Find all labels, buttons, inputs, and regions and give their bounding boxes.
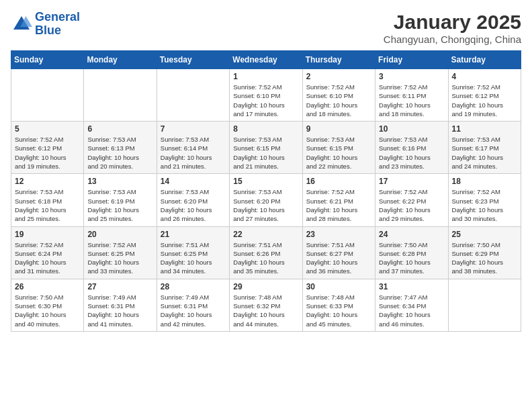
weekday-header-thursday: Thursday (302, 51, 375, 69)
day-info: Sunrise: 7:52 AM Sunset: 6:21 PM Dayligh… (306, 187, 371, 223)
day-number: 29 (233, 282, 298, 291)
day-number: 9 (306, 124, 371, 134)
day-cell: 6Sunrise: 7:53 AM Sunset: 6:13 PM Daylig… (84, 122, 157, 174)
day-info: Sunrise: 7:50 AM Sunset: 6:28 PM Dayligh… (379, 240, 444, 276)
week-row-2: 5Sunrise: 7:52 AM Sunset: 6:12 PM Daylig… (11, 122, 521, 174)
day-info: Sunrise: 7:51 AM Sunset: 6:25 PM Dayligh… (161, 240, 226, 276)
day-number: 13 (87, 177, 152, 186)
day-number: 17 (379, 177, 444, 186)
day-number: 6 (87, 124, 152, 134)
day-number: 5 (15, 124, 80, 134)
day-info: Sunrise: 7:51 AM Sunset: 6:26 PM Dayligh… (233, 240, 298, 276)
day-number: 10 (379, 124, 444, 134)
day-cell: 11Sunrise: 7:53 AM Sunset: 6:17 PM Dayli… (448, 122, 521, 174)
day-info: Sunrise: 7:52 AM Sunset: 6:23 PM Dayligh… (452, 187, 517, 223)
day-number: 24 (379, 230, 444, 239)
day-info: Sunrise: 7:51 AM Sunset: 6:27 PM Dayligh… (306, 240, 371, 276)
day-number: 30 (306, 282, 371, 291)
day-number: 18 (452, 177, 517, 186)
week-row-3: 12Sunrise: 7:53 AM Sunset: 6:18 PM Dayli… (11, 174, 521, 226)
day-number: 1 (233, 72, 298, 81)
logo-icon (11, 13, 32, 35)
weekday-header-sunday: Sunday (11, 51, 84, 69)
day-cell: 4Sunrise: 7:52 AM Sunset: 6:12 PM Daylig… (448, 69, 521, 122)
title-block: January 2025 Changyuan, Chongqing, China (384, 11, 521, 45)
day-info: Sunrise: 7:52 AM Sunset: 6:12 PM Dayligh… (452, 83, 517, 118)
day-cell (11, 69, 84, 122)
day-cell: 14Sunrise: 7:53 AM Sunset: 6:20 PM Dayli… (157, 174, 229, 226)
day-cell: 30Sunrise: 7:48 AM Sunset: 6:33 PM Dayli… (302, 279, 375, 331)
day-info: Sunrise: 7:50 AM Sunset: 6:29 PM Dayligh… (452, 240, 517, 276)
day-info: Sunrise: 7:53 AM Sunset: 6:13 PM Dayligh… (87, 135, 152, 171)
day-cell: 7Sunrise: 7:53 AM Sunset: 6:14 PM Daylig… (157, 122, 229, 174)
day-number: 4 (452, 72, 517, 81)
week-row-1: 1Sunrise: 7:52 AM Sunset: 6:10 PM Daylig… (11, 69, 521, 122)
calendar-table: SundayMondayTuesdayWednesdayThursdayFrid… (11, 50, 521, 332)
day-info: Sunrise: 7:52 AM Sunset: 6:25 PM Dayligh… (87, 240, 152, 276)
day-number: 23 (306, 230, 371, 239)
day-cell: 15Sunrise: 7:53 AM Sunset: 6:20 PM Dayli… (230, 174, 302, 226)
day-cell: 18Sunrise: 7:52 AM Sunset: 6:23 PM Dayli… (448, 174, 521, 226)
day-cell: 27Sunrise: 7:49 AM Sunset: 6:31 PM Dayli… (84, 279, 157, 331)
day-info: Sunrise: 7:53 AM Sunset: 6:20 PM Dayligh… (161, 187, 226, 223)
day-number: 25 (452, 230, 517, 239)
day-info: Sunrise: 7:53 AM Sunset: 6:14 PM Dayligh… (161, 135, 226, 171)
day-number: 16 (306, 177, 371, 186)
day-info: Sunrise: 7:48 AM Sunset: 6:32 PM Dayligh… (233, 293, 298, 328)
day-number: 3 (379, 72, 444, 81)
day-cell: 12Sunrise: 7:53 AM Sunset: 6:18 PM Dayli… (11, 174, 84, 226)
day-info: Sunrise: 7:53 AM Sunset: 6:19 PM Dayligh… (87, 187, 152, 223)
day-cell: 23Sunrise: 7:51 AM Sunset: 6:27 PM Dayli… (302, 226, 375, 279)
day-cell: 29Sunrise: 7:48 AM Sunset: 6:32 PM Dayli… (230, 279, 302, 331)
day-cell (157, 69, 229, 122)
day-number: 26 (15, 282, 80, 291)
day-info: Sunrise: 7:47 AM Sunset: 6:34 PM Dayligh… (379, 293, 444, 328)
day-cell: 24Sunrise: 7:50 AM Sunset: 6:28 PM Dayli… (375, 226, 448, 279)
month-year: January 2025 (384, 11, 521, 34)
day-info: Sunrise: 7:52 AM Sunset: 6:10 PM Dayligh… (233, 83, 298, 118)
logo: General Blue (11, 11, 80, 38)
weekday-header-monday: Monday (84, 51, 157, 69)
day-info: Sunrise: 7:49 AM Sunset: 6:31 PM Dayligh… (87, 293, 152, 328)
day-info: Sunrise: 7:52 AM Sunset: 6:22 PM Dayligh… (379, 187, 444, 223)
day-cell: 28Sunrise: 7:49 AM Sunset: 6:31 PM Dayli… (157, 279, 229, 331)
day-cell: 10Sunrise: 7:53 AM Sunset: 6:16 PM Dayli… (375, 122, 448, 174)
page-header: General Blue January 2025 Changyuan, Cho… (11, 11, 521, 45)
day-cell: 31Sunrise: 7:47 AM Sunset: 6:34 PM Dayli… (375, 279, 448, 331)
week-row-4: 19Sunrise: 7:52 AM Sunset: 6:24 PM Dayli… (11, 226, 521, 279)
weekday-header-saturday: Saturday (448, 51, 521, 69)
day-info: Sunrise: 7:52 AM Sunset: 6:11 PM Dayligh… (379, 83, 444, 118)
day-number: 8 (233, 124, 298, 134)
day-info: Sunrise: 7:52 AM Sunset: 6:12 PM Dayligh… (15, 135, 80, 171)
day-info: Sunrise: 7:49 AM Sunset: 6:31 PM Dayligh… (161, 293, 226, 328)
day-cell: 25Sunrise: 7:50 AM Sunset: 6:29 PM Dayli… (448, 226, 521, 279)
day-info: Sunrise: 7:53 AM Sunset: 6:20 PM Dayligh… (233, 187, 298, 223)
day-number: 11 (452, 124, 517, 134)
location: Changyuan, Chongqing, China (384, 34, 521, 45)
day-number: 28 (161, 282, 226, 291)
weekday-header-wednesday: Wednesday (230, 51, 302, 69)
day-info: Sunrise: 7:52 AM Sunset: 6:24 PM Dayligh… (15, 240, 80, 276)
day-cell: 21Sunrise: 7:51 AM Sunset: 6:25 PM Dayli… (157, 226, 229, 279)
day-info: Sunrise: 7:52 AM Sunset: 6:10 PM Dayligh… (306, 83, 371, 118)
day-number: 21 (161, 230, 226, 239)
day-info: Sunrise: 7:48 AM Sunset: 6:33 PM Dayligh… (306, 293, 371, 328)
day-cell: 20Sunrise: 7:52 AM Sunset: 6:25 PM Dayli… (84, 226, 157, 279)
day-cell: 19Sunrise: 7:52 AM Sunset: 6:24 PM Dayli… (11, 226, 84, 279)
day-number: 14 (161, 177, 226, 186)
logo-text: General Blue (35, 11, 80, 38)
day-number: 22 (233, 230, 298, 239)
day-info: Sunrise: 7:53 AM Sunset: 6:18 PM Dayligh… (15, 187, 80, 223)
day-number: 2 (306, 72, 371, 81)
day-info: Sunrise: 7:53 AM Sunset: 6:15 PM Dayligh… (233, 135, 298, 171)
day-number: 12 (15, 177, 80, 186)
day-info: Sunrise: 7:53 AM Sunset: 6:16 PM Dayligh… (379, 135, 444, 171)
weekday-header-row: SundayMondayTuesdayWednesdayThursdayFrid… (11, 51, 521, 69)
day-cell: 8Sunrise: 7:53 AM Sunset: 6:15 PM Daylig… (230, 122, 302, 174)
day-number: 15 (233, 177, 298, 186)
week-row-5: 26Sunrise: 7:50 AM Sunset: 6:30 PM Dayli… (11, 279, 521, 331)
day-info: Sunrise: 7:53 AM Sunset: 6:15 PM Dayligh… (306, 135, 371, 171)
day-cell: 17Sunrise: 7:52 AM Sunset: 6:22 PM Dayli… (375, 174, 448, 226)
weekday-header-friday: Friday (375, 51, 448, 69)
day-number: 20 (87, 230, 152, 239)
